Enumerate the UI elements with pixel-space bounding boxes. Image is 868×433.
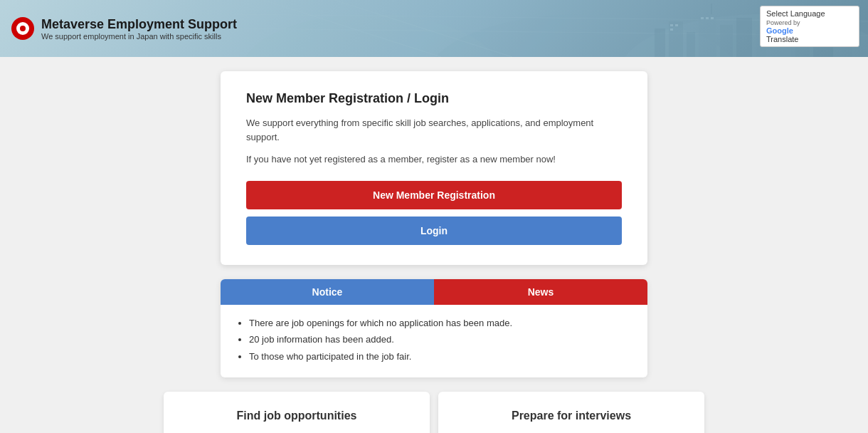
- prepare-interviews-title: Prepare for interviews: [512, 409, 631, 422]
- header-content: Metaverse Employment Support We support …: [0, 10, 248, 48]
- svg-rect-22: [701, 17, 704, 19]
- header-text-block: Metaverse Employment Support We support …: [41, 17, 237, 41]
- powered-by-label: Powered by: [766, 19, 800, 26]
- svg-rect-10: [699, 14, 716, 57]
- action-cards-grid: Find job opportunities Prepare for inter…: [164, 392, 704, 433]
- translate-label: Translate: [766, 35, 798, 43]
- main-content: New Member Registration / Login We suppo…: [0, 57, 868, 433]
- action-card-prepare-interviews[interactable]: Prepare for interviews: [438, 392, 704, 433]
- svg-rect-21: [670, 28, 673, 31]
- tab-notice[interactable]: Notice: [221, 279, 434, 305]
- svg-rect-12: [736, 18, 752, 57]
- notice-list: There are job openings for which no appl…: [235, 316, 633, 364]
- notice-news-section: Notice News There are job openings for w…: [221, 279, 647, 378]
- action-card-find-jobs[interactable]: Find job opportunities: [164, 392, 430, 433]
- tab-news[interactable]: News: [434, 279, 647, 305]
- company-logo: [11, 17, 34, 40]
- site-subtitle: We support employment in Japan with spec…: [41, 32, 237, 41]
- svg-rect-8: [669, 21, 683, 57]
- card-description-1: We support everything from specific skil…: [246, 116, 622, 144]
- svg-rect-20: [675, 24, 678, 26]
- notice-content: There are job openings for which no appl…: [221, 305, 647, 378]
- language-label: Select Language: [766, 9, 825, 18]
- notice-item-2: 20 job information has been added.: [249, 333, 633, 347]
- register-button[interactable]: New Member Registration: [246, 181, 622, 209]
- svg-rect-7: [655, 28, 665, 57]
- svg-rect-24: [711, 17, 714, 19]
- login-button[interactable]: Login: [246, 216, 622, 245]
- language-selector[interactable]: Select Language Powered by Google Transl…: [760, 6, 859, 47]
- svg-rect-23: [706, 17, 709, 19]
- svg-rect-19: [670, 24, 673, 26]
- svg-rect-9: [687, 32, 695, 57]
- header: Metaverse Employment Support We support …: [0, 0, 868, 57]
- card-title: New Member Registration / Login: [246, 91, 622, 106]
- notice-item-3: To those who participated in the job fai…: [249, 350, 633, 364]
- card-description-2: If you have not yet registered as a memb…: [246, 152, 622, 167]
- svg-rect-11: [720, 25, 733, 57]
- registration-card: New Member Registration / Login We suppo…: [221, 71, 647, 265]
- site-title: Metaverse Employment Support: [41, 17, 237, 32]
- google-label: Google: [766, 26, 793, 35]
- find-jobs-title: Find job opportunities: [237, 409, 357, 422]
- notice-item-1: There are job openings for which no appl…: [249, 316, 633, 330]
- tab-row: Notice News: [221, 279, 647, 305]
